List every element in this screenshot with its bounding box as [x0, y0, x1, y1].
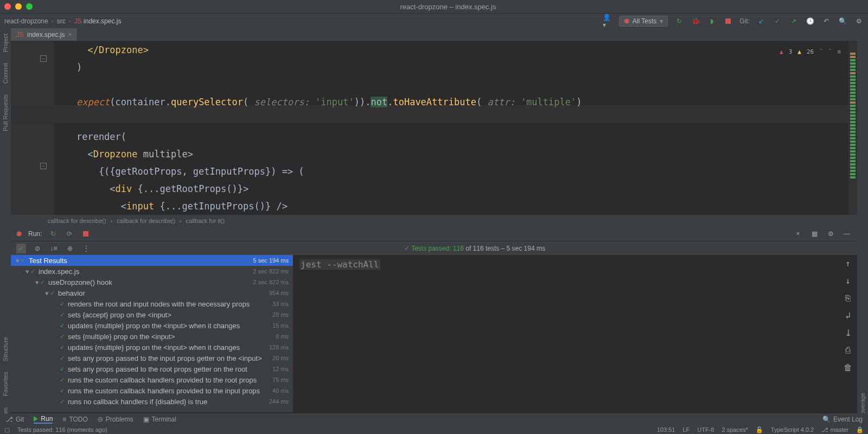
- history-icon[interactable]: 🕓: [805, 16, 815, 26]
- crumb-item[interactable]: callback for describe(): [48, 218, 106, 224]
- expand-icon[interactable]: ▾: [24, 267, 30, 276]
- test-row[interactable]: ✓sets {accept} prop on the <input>28 ms: [11, 309, 293, 320]
- gear-icon[interactable]: ⚙: [826, 229, 835, 239]
- test-row[interactable]: ✓runs the custom callback handlers provi…: [11, 374, 293, 385]
- scroll-icon[interactable]: ⤓: [843, 328, 853, 337]
- show-ignored-icon[interactable]: ⊘: [33, 244, 42, 253]
- print-icon[interactable]: ⎙: [843, 345, 853, 355]
- test-name: runs the custom callback handlers provid…: [68, 376, 269, 384]
- terminal-tool[interactable]: ▣ Terminal: [143, 416, 176, 423]
- minimize-icon[interactable]: —: [842, 229, 852, 239]
- commit-tool[interactable]: Commit: [2, 63, 9, 84]
- pass-icon: ✓: [60, 366, 65, 373]
- structure-tool[interactable]: Structure: [2, 337, 9, 361]
- close-icon[interactable]: ×: [793, 229, 803, 239]
- layout-icon[interactable]: ▦: [809, 229, 819, 239]
- settings-icon[interactable]: ⚙: [854, 16, 864, 26]
- line-separator[interactable]: LF: [682, 426, 690, 433]
- expand-icon[interactable]: ▾: [14, 257, 21, 265]
- crumb-folder[interactable]: src: [57, 17, 66, 25]
- more-icon[interactable]: ⋮: [81, 244, 91, 253]
- test-row[interactable]: ✓updates {multiple} prop on the <input> …: [11, 342, 293, 353]
- status-icon[interactable]: ▢: [4, 426, 10, 433]
- crumb-project[interactable]: react-dropzone: [4, 17, 48, 25]
- fold-icon[interactable]: −: [40, 163, 47, 169]
- caret-position[interactable]: 103:51: [657, 426, 675, 433]
- test-tree[interactable]: ▾✓Test Results5 sec 194 ms▾✓index.spec.j…: [11, 255, 293, 412]
- test-row[interactable]: ▾✓useDropzone() hook2 sec 822 ms: [11, 277, 293, 288]
- test-row[interactable]: ✓runs no callback handlers if {disabled}…: [11, 396, 293, 407]
- wrap-icon[interactable]: ↲: [843, 310, 853, 320]
- test-time: 244 ms: [269, 398, 289, 405]
- search-icon[interactable]: 🔍: [838, 16, 847, 26]
- up-icon[interactable]: ↑: [843, 258, 853, 268]
- pass-icon: ✓: [60, 333, 65, 340]
- expand-icon[interactable]: ⊕: [65, 244, 75, 253]
- test-row[interactable]: ✓updates {multiple} prop on the <input> …: [11, 320, 293, 331]
- expand-icon[interactable]: ▾: [43, 289, 50, 297]
- gutter: [11, 41, 54, 227]
- indent-setting[interactable]: 2 spaces*: [722, 426, 748, 433]
- pass-icon: ✓: [60, 387, 65, 394]
- rerun-failed-icon[interactable]: ⟳: [65, 229, 74, 239]
- rerun-icon[interactable]: ↻: [48, 229, 58, 239]
- test-row[interactable]: ✓runs the custom callback handlers provi…: [11, 385, 293, 396]
- run-icon[interactable]: ↻: [674, 16, 684, 26]
- maximize-icon[interactable]: [26, 3, 33, 10]
- left-tool-rail: Project Commit Pull Requests Structure F…: [0, 28, 11, 419]
- fold-icon[interactable]: −: [40, 55, 47, 62]
- minimize-icon[interactable]: [15, 3, 22, 10]
- git-branch[interactable]: ⎇ master: [821, 426, 848, 433]
- close-icon[interactable]: [4, 3, 11, 10]
- git-update-icon[interactable]: ↙: [756, 16, 766, 26]
- test-row[interactable]: ✓renders the root and input nodes with t…: [11, 298, 293, 309]
- event-log-tool[interactable]: 🔍 Event Log: [822, 416, 863, 423]
- git-push-icon[interactable]: ↗: [789, 16, 799, 26]
- window-controls: [4, 3, 33, 10]
- git-commit-icon[interactable]: ✓: [773, 16, 782, 26]
- close-icon[interactable]: ×: [68, 31, 72, 39]
- test-row[interactable]: ✓sets {multiple} prop on the <input>8 ms: [11, 331, 293, 342]
- expand-icon[interactable]: ▾: [34, 278, 40, 286]
- crumb-item[interactable]: callback for describe(): [117, 218, 175, 224]
- stop-icon[interactable]: [723, 16, 733, 26]
- coverage-run-icon[interactable]: ◗: [707, 16, 717, 26]
- debug-icon[interactable]: 🐞: [691, 16, 700, 26]
- stop-icon[interactable]: [81, 229, 91, 239]
- problems-tool[interactable]: ⊝ Problems: [98, 416, 133, 423]
- favorites-tool[interactable]: Favorites: [2, 372, 9, 396]
- crumb-file[interactable]: JS index.spec.js: [74, 17, 122, 25]
- run-tool[interactable]: Run: [34, 415, 53, 424]
- sort-icon[interactable]: ↓≡: [49, 244, 59, 253]
- code-editor[interactable]: − − ▲3 ▲26 ˆˇ≡ </Dropzone> ) expect(cont…: [11, 41, 857, 227]
- export-icon[interactable]: ⎘: [843, 293, 853, 303]
- show-passed-icon[interactable]: ✓: [16, 244, 26, 253]
- revert-icon[interactable]: ↶: [821, 16, 831, 26]
- test-row[interactable]: ▾✓Test Results5 sec 194 ms: [11, 255, 293, 266]
- pass-icon: ✓: [60, 376, 65, 384]
- test-row[interactable]: ▾✓behavior954 ms: [11, 288, 293, 298]
- padlock-icon[interactable]: 🔒: [856, 426, 864, 433]
- test-row[interactable]: ✓sets any props passed to the input prop…: [11, 353, 293, 363]
- test-console[interactable]: jest --watchAll ↑ ↓ ⎘ ↲ ⤓ ⎙ 🗑: [293, 255, 857, 412]
- git-label: Git:: [739, 17, 750, 25]
- tab-label: index.spec.js: [27, 31, 65, 39]
- run-config-dropdown[interactable]: ⬢All Tests▾: [619, 16, 668, 27]
- users-icon[interactable]: 👤▾: [603, 16, 612, 26]
- test-row[interactable]: ✓sets any props passed to the root props…: [11, 363, 293, 374]
- pull-requests-tool[interactable]: Pull Requests: [2, 94, 9, 131]
- test-row[interactable]: ▾✓index.spec.js2 sec 822 ms: [11, 266, 293, 277]
- project-tool[interactable]: Project: [2, 34, 9, 52]
- error-stripe[interactable]: [848, 41, 857, 227]
- run-tool-header: ⬢ Run: ↻ ⟳ × ▦ ⚙ —: [11, 227, 857, 241]
- editor-tab[interactable]: JS index.spec.js ×: [11, 28, 78, 41]
- file-encoding[interactable]: UTF-8: [697, 426, 714, 433]
- todo-tool[interactable]: ≡ TODO: [62, 416, 87, 423]
- trash-icon[interactable]: 🗑: [843, 362, 853, 372]
- down-icon[interactable]: ↓: [843, 276, 853, 285]
- crumb-item[interactable]: callback for it(): [186, 218, 225, 224]
- git-tool[interactable]: ⎇ Git: [5, 416, 24, 423]
- readonly-icon[interactable]: 🔓: [756, 426, 763, 433]
- pass-icon: ✓: [60, 301, 65, 308]
- typescript-version[interactable]: TypeScript 4.0.2: [771, 426, 814, 433]
